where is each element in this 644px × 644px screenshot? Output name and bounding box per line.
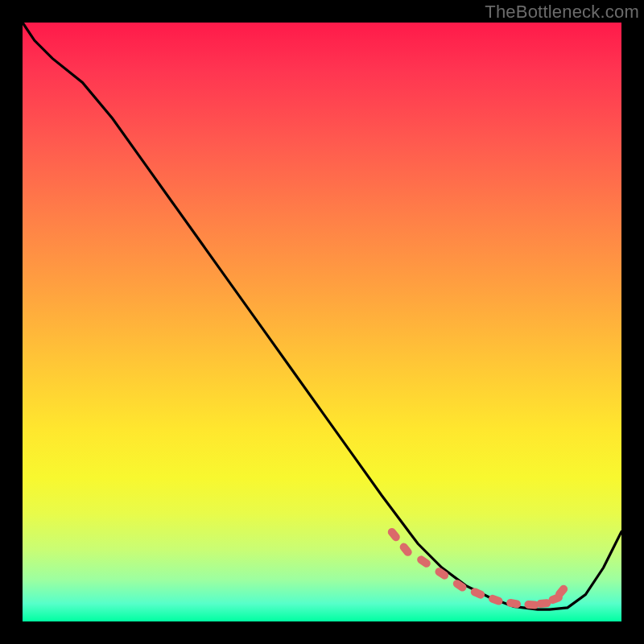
marker-dot xyxy=(386,526,402,543)
chart-plot-area xyxy=(23,23,621,621)
chart-svg xyxy=(23,23,621,621)
main-curve xyxy=(23,23,621,609)
curve-layer xyxy=(23,23,621,609)
marker-dot xyxy=(506,598,522,609)
marker-dot xyxy=(398,542,414,558)
marker-dot xyxy=(488,593,504,606)
watermark-label: TheBottleneck.com xyxy=(485,2,639,23)
